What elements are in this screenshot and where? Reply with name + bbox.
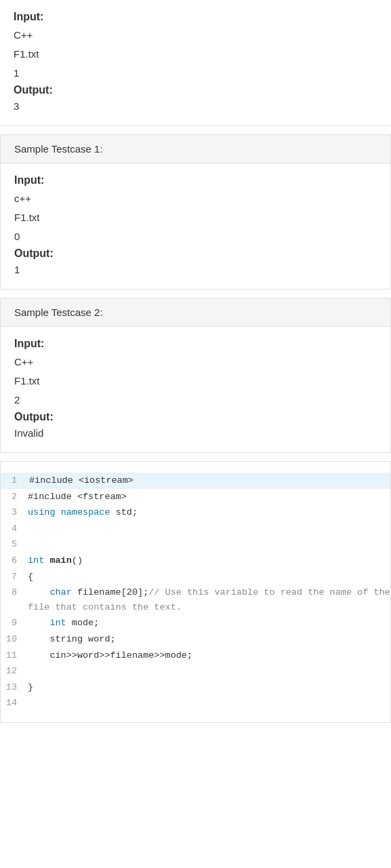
line-code-7: { — [28, 570, 390, 585]
code-line-8: 8 char filename[20];// Use this variable… — [1, 585, 390, 615]
top-input-lang: C++ — [14, 27, 377, 43]
line-number-9: 9 — [1, 616, 28, 631]
testcase-header-0: Sample Testcase 1: — [1, 135, 390, 163]
code-line-14: 14 — [1, 695, 390, 711]
code-line-4: 4 — [1, 521, 390, 537]
testcase-output-value-0: 1 — [14, 264, 377, 275]
line-code-2: #include <fstream> — [28, 490, 390, 505]
line-code-12 — [28, 664, 390, 679]
line-code-3: using namespace std; — [28, 505, 390, 520]
code-line-7: 7{ — [1, 569, 390, 585]
testcase-header-1: Sample Testcase 2: — [1, 298, 390, 327]
line-number-11: 11 — [1, 648, 28, 663]
line-number-13: 13 — [1, 680, 28, 695]
line-code-11: cin>>word>>filename>>mode; — [28, 648, 390, 663]
line-code-4 — [28, 521, 390, 536]
testcase-input-line-0-0: c++ — [14, 191, 377, 207]
testcase-input-line-0-2: 0 — [14, 229, 377, 245]
line-number-1: 1 — [1, 473, 28, 488]
line-code-9: int mode; — [28, 616, 390, 631]
testcase-input-label-1: Input: — [14, 338, 377, 350]
top-input-label: Input: — [14, 11, 377, 23]
line-number-2: 2 — [1, 490, 28, 505]
testcase-section-0: Sample Testcase 1:Input:c++F1.txt0Output… — [0, 134, 391, 290]
testcase-input-line-1-2: 2 — [14, 392, 377, 408]
testcase-input-line-1-0: C++ — [14, 354, 377, 370]
top-section: Input: C++ F1.txt 1 Output: 3 — [0, 0, 391, 126]
line-number-10: 10 — [1, 632, 28, 647]
top-output-label: Output: — [14, 84, 377, 96]
code-line-12: 12 — [1, 663, 390, 679]
line-number-7: 7 — [1, 570, 28, 585]
line-number-4: 4 — [1, 521, 28, 536]
testcase-input-line-1-1: F1.txt — [14, 373, 377, 389]
line-code-14 — [28, 696, 390, 711]
line-code-8: char filename[20];// Use this variable t… — [28, 585, 390, 614]
code-block: 1#include <iostream>2#include <fstream>3… — [0, 461, 391, 723]
top-input-num: 1 — [14, 65, 377, 81]
code-line-11: 11 cin>>word>>filename>>mode; — [1, 648, 390, 664]
testcase-input-label-0: Input: — [14, 174, 377, 186]
line-number-14: 14 — [1, 696, 28, 711]
testcase-section-1: Sample Testcase 2:Input:C++F1.txt2Output… — [0, 298, 391, 453]
testcases-container: Sample Testcase 1:Input:c++F1.txt0Output… — [0, 134, 391, 453]
code-line-13: 13} — [1, 679, 390, 696]
line-number-6: 6 — [1, 553, 28, 568]
testcase-output-value-1: Invalid — [14, 427, 377, 439]
code-lines: 1#include <iostream>2#include <fstream>3… — [1, 473, 390, 711]
top-output-value: 3 — [14, 100, 377, 112]
line-number-3: 3 — [1, 505, 28, 520]
code-line-10: 10 string word; — [1, 631, 390, 648]
code-line-5: 5 — [1, 536, 390, 553]
code-line-6: 6int main() — [1, 553, 390, 569]
code-line-3: 3using namespace std; — [1, 505, 390, 521]
testcase-body-0: Input:c++F1.txt0Output:1 — [1, 163, 390, 289]
testcase-output-label-0: Output: — [14, 248, 377, 260]
line-code-1: #include <iostream> — [28, 473, 390, 488]
code-line-2: 2#include <fstream> — [1, 489, 390, 505]
testcase-body-1: Input:C++F1.txt2Output:Invalid — [1, 327, 390, 452]
line-code-6: int main() — [28, 553, 390, 568]
line-code-10: string word; — [28, 632, 390, 647]
code-line-9: 9 int mode; — [1, 615, 390, 631]
line-code-5 — [28, 537, 390, 552]
testcase-input-line-0-1: F1.txt — [14, 210, 377, 226]
top-input-file: F1.txt — [14, 46, 377, 62]
line-number-5: 5 — [1, 537, 28, 552]
code-line-1: 1#include <iostream> — [1, 473, 390, 489]
line-code-13: } — [28, 680, 390, 695]
line-number-8: 8 — [1, 585, 28, 614]
line-number-12: 12 — [1, 664, 28, 679]
testcase-output-label-1: Output: — [14, 411, 377, 423]
